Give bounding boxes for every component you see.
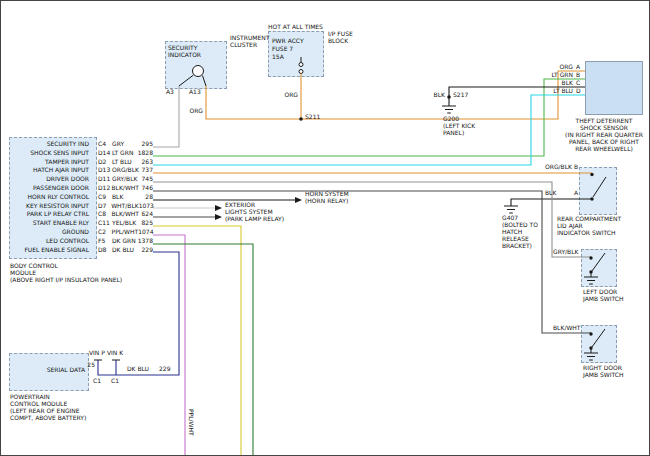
bcm-pin-row: D7WHT/BLK1073 [98,202,153,211]
bcm-function-label: FUEL ENABLE SIGNAL [11,246,91,255]
bcm-pin-row: C11YEL/BLK825 [98,219,153,228]
bcm-function-label: SHOCK SENS INPUT [11,149,91,158]
bcm-circuit: 1073 [139,202,153,211]
wire-lt-blu-tamper [153,95,585,165]
pcm-terminal-number: 25 [87,362,95,369]
bcm-pin: C9 [98,193,112,202]
sensor-wire-blk: BLK [545,80,573,87]
wire-dk-blu-fuel-enable [98,252,179,375]
bcm-pin: D11 [98,175,112,184]
right-door-wire-label: BLK/WHT [553,325,581,332]
ip-fuse-block-label: BLOCK [328,38,348,45]
security-indicator-lamp [179,66,206,87]
right-door-switch-title: JAMB SWITCH [583,372,624,379]
bcm-pin-rows: C4GRY295 D14LT GRN1828 D2LT BLU263 D13OR… [98,140,153,254]
bcm-function-label: DRIVER DOOR [11,175,91,184]
wire-lt-grn-shock-sens [153,79,585,156]
left-door-switch-symbol [584,253,605,284]
bcm-pin-row: D12BLK/WHT746 [98,184,153,193]
bcm-location: (ABOVE RIGHT I/P INSULATOR PANEL) [10,277,122,284]
bcm-function-label: SECURITY IND [11,140,91,149]
bcm-function-label: GROUND [11,228,91,237]
bcm-pin-row: C8BLK/WHT624 [98,210,153,219]
splice-s211-dot [299,117,303,121]
ppl-wht-vertical-label: PPL/WHT [188,409,194,436]
bcm-wire-color: DK BLU [112,246,139,255]
sensor-pin-d: D [576,88,581,95]
pcm-wire-circuit: 229 [159,366,170,373]
bcm-pin: F5 [98,237,112,246]
sensor-pin-c: C [576,80,580,87]
bcm-pin: C4 [98,140,112,149]
splice-s211-label: S211 [305,114,320,121]
splice-s217-label: S217 [453,92,468,99]
pcm-wire-color: DK BLU [127,366,149,373]
ground-g200-label: PANEL) [443,130,464,137]
bcm-pin-row: D2LT BLU263 [98,158,153,167]
bcm-pin: D13 [98,166,112,175]
bcm-wire-color: GRY/BLK [112,175,139,184]
bcm-circuit: 825 [139,219,153,228]
bcm-circuit: 1828 [138,149,153,158]
bcm-circuit: 737 [139,166,153,175]
right-door-switch-symbol [584,329,605,360]
bcm-wire-color: ORG/BLK [112,166,139,175]
ground-g407-symbol [504,206,518,213]
horn-system-label: (HORN RELAY) [305,198,348,205]
bcm-pin: D8 [98,246,112,255]
sensor-wire-org: ORG [545,64,573,71]
instrument-cluster-label: CLUSTER [230,42,257,49]
wiring-diagram: HOT AT ALL TIMES PWR ACCY FUSE 7 15A I/P… [0,0,650,456]
bcm-wire-color: BLK [112,193,139,202]
bcm-wire-color: BLK/WHT [111,210,139,219]
pcm-serial-data-label: SERIAL DATA [13,367,85,374]
sensor-wire-lt-blu: LT BLU [545,88,573,95]
bcm-pin-row: C9BLK28 [98,193,153,202]
bcm-function-label: PARK LP RELAY CTRL [11,210,91,219]
rear-switch-title: INDICATOR SWITCH [557,230,615,237]
bcm-function-label: START ENABLE RLY [11,219,91,228]
horn-arrow [295,197,302,203]
bcm-wire-color: PPL/WHT [112,228,139,237]
bcm-pin: C8 [98,210,111,219]
bcm-pin-row: C4GRY295 [98,140,153,149]
wire-blk-wht-pass-door [153,191,591,333]
cluster-pin-a3: A3 [166,89,174,96]
bcm-function-label: HORN RLY CONTROL [11,193,91,202]
blk-wire-label: BLK [425,92,445,99]
bcm-pin-row: D8DK BLU229 [98,246,153,255]
org-wire-label: ORG [282,92,298,99]
pcm-pin-vin-p: VIN P [89,350,105,357]
wire-yel-blk-start-enable [153,226,241,456]
rear-switch-wire-b: ORG/BLK [545,164,572,171]
exterior-arrow-2 [215,214,222,220]
bcm-function-label: KEY RESISTOR INPUT [11,202,91,211]
exterior-lights-label: (PARK LAMP RELAY) [225,216,284,223]
sensor-wire-lt-grn: LT GRN [545,72,573,79]
wire-ppl-wht-ground [153,235,185,456]
bcm-circuit: 28 [139,193,153,202]
ground-g200-symbol [442,106,456,113]
pcm-connector-c1: C1 [93,378,101,385]
bcm-pin-row: D11GRY/BLK745 [98,175,153,184]
left-door-switch-title: JAMB SWITCH [583,296,624,303]
bcm-function-label: PASSENGER DOOR [11,184,91,193]
ground-g407-label: BRACKET) [502,243,532,250]
rear-switch-pin-b: B [574,164,578,171]
rear-switch-symbol [590,173,606,201]
bcm-pin-row: D14LT GRN1828 [98,149,153,158]
bcm-pin: C2 [98,228,112,237]
cluster-pin-a13: A13 [189,89,201,96]
fuse-name-line: FUSE 7 [272,46,293,53]
bcm-function-label: TAMPER INPUT [11,158,91,167]
bcm-circuit: 229 [139,246,153,255]
bcm-circuit: 1074 [138,228,153,237]
bcm-pin: D2 [98,158,112,167]
splice-s217-dot [447,95,451,99]
sensor-pin-b: B [576,72,580,79]
bcm-function-label: LED CONTROL [11,237,91,246]
bcm-circuit: 746 [139,184,153,193]
bcm-wire-color: LT BLU [112,158,139,167]
hot-at-all-times-label: HOT AT ALL TIMES [268,24,323,31]
bcm-wire-color: WHT/BLK [111,202,139,211]
